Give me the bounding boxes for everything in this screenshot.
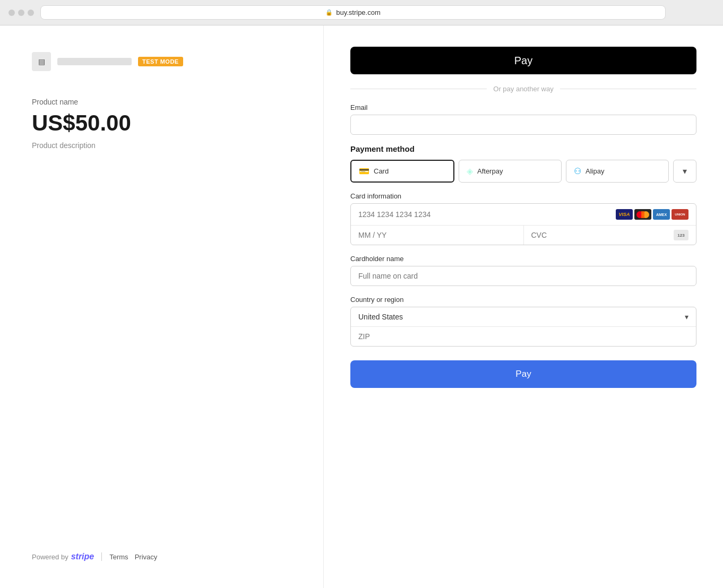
expiry-input[interactable] [351,226,524,245]
browser-chrome: 🔒 buy.stripe.com [0,0,723,25]
tab-card[interactable]: 💳 Card [350,160,454,183]
alipay-tab-icon: ⚇ [574,166,581,176]
alipay-tab-label: Alipay [586,167,604,175]
lock-icon: 🔒 [325,9,333,16]
country-value: United States [358,313,685,321]
dot-green [28,10,34,16]
product-price: US$50.00 [32,110,291,136]
payment-method-section: Payment method 💳 Card ◈ Afterpay ⚇ [350,144,696,183]
brand-icon: ▤ [32,52,51,71]
chevron-down-icon: ▾ [685,313,688,321]
card-info-group: Card information VISA AMEX UNION [350,192,696,245]
test-mode-badge: TEST MODE [138,57,183,66]
pay-button[interactable]: Pay [350,360,696,388]
zip-input[interactable] [351,327,696,346]
divider-text: Or pay another way [493,85,553,93]
brand-bar: ▤ TEST MODE [32,52,291,71]
payment-method-label: Payment method [350,144,696,153]
powered-by-label: Powered by [32,553,68,561]
card-logos: VISA AMEX UNION [616,209,688,220]
card-number-row: VISA AMEX UNION [351,204,696,226]
afterpay-tab-icon: ◈ [467,166,473,176]
cvc-input[interactable] [531,226,670,245]
mastercard-logo [634,209,651,220]
card-info-container: VISA AMEX UNION 123 [350,203,696,245]
left-panel: ▤ TEST MODE Product name US$50.00 Produc… [0,25,324,588]
right-panel: Pay Or pay another way Email Payment met… [324,25,723,588]
stripe-logo: stripe [71,552,94,561]
tab-afterpay[interactable]: ◈ Afterpay [459,160,562,183]
card-number-input[interactable] [358,210,612,219]
page-container: ▤ TEST MODE Product name US$50.00 Produc… [0,25,723,588]
amex-logo: AMEX [653,209,670,220]
visa-logo: VISA [616,209,633,220]
privacy-link[interactable]: Privacy [135,553,158,561]
cvc-row: 123 [524,226,696,245]
email-label: Email [350,103,696,111]
card-bottom-row: 123 [351,226,696,245]
cardholder-label: Cardholder name [350,255,696,263]
product-description: Product description [32,141,291,150]
cardholder-input[interactable] [350,266,696,286]
browser-dots [8,10,34,16]
url-text: buy.stripe.com [336,8,381,16]
dot-red [8,10,15,16]
powered-by: Powered by stripe [32,552,94,561]
product-name: Product name [32,98,291,106]
email-group: Email [350,103,696,135]
dot-yellow [18,10,24,16]
cardholder-group: Cardholder name [350,255,696,286]
email-input[interactable] [350,115,696,135]
country-label: Country or region [350,296,696,304]
country-select-row[interactable]: United States ▾ [351,307,696,327]
tab-alipay[interactable]: ⚇ Alipay [566,160,669,183]
card-tab-label: Card [374,167,389,175]
country-group: Country or region United States ▾ [350,296,696,347]
apple-icon: Pay [514,55,532,66]
address-bar[interactable]: 🔒 buy.stripe.com [40,5,666,20]
country-select-container: United States ▾ [350,307,696,347]
card-info-label: Card information [350,192,696,200]
divider: Or pay another way [350,85,696,93]
chevron-down-icon: ▾ [683,166,687,176]
cvc-icon: 123 [674,230,688,240]
apple-pay-button[interactable]: Pay [350,47,696,74]
left-footer: Powered by stripe Terms Privacy [32,531,291,561]
unionpay-logo: UNION [672,209,688,220]
afterpay-tab-label: Afterpay [477,167,503,175]
brand-name-placeholder [57,58,132,65]
footer-divider [101,552,102,561]
card-tab-icon: 💳 [359,166,369,176]
terms-link[interactable]: Terms [109,553,128,561]
more-button[interactable]: ▾ [673,160,696,183]
payment-method-tabs: 💳 Card ◈ Afterpay ⚇ Alipay ▾ [350,160,696,183]
